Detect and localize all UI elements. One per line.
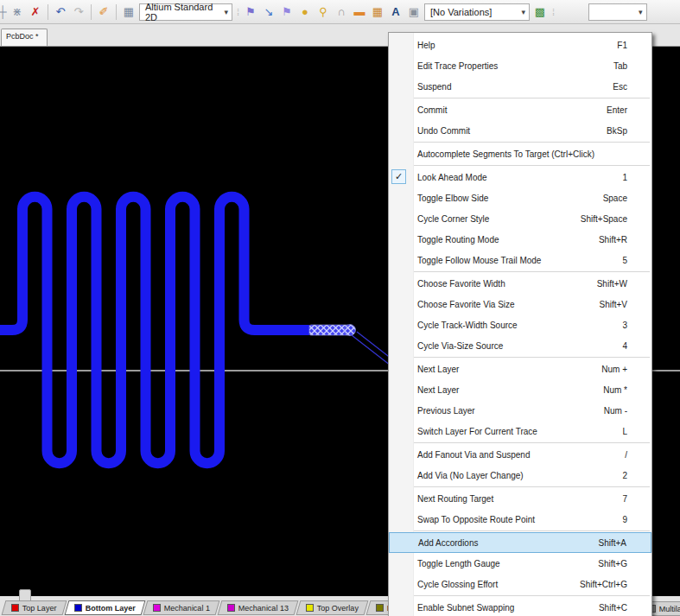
menu-item-shortcut: Shift+Ctrl+G <box>580 580 651 589</box>
menu-item-shortcut: F1 <box>617 41 651 50</box>
menu-item-choose-favorite-width[interactable]: Choose Favorite WidthShift+W <box>389 273 651 294</box>
variant-board-icon[interactable]: ▩ <box>532 4 548 20</box>
menu-item-shortcut: L <box>622 427 651 436</box>
menu-item-toggle-length-gauge[interactable]: Toggle Length GaugeShift+G <box>389 553 651 574</box>
menu-item-previous-layer[interactable]: Previous LayerNum - <box>389 400 651 421</box>
document-tab[interactable]: PcbDoc * <box>1 29 48 46</box>
chevron-down-icon: ▾ <box>521 8 525 16</box>
menu-item-shortcut: Shift+Space <box>581 214 651 224</box>
menu-separator <box>413 486 650 487</box>
layer-color-swatch <box>376 604 384 612</box>
interactive-routing-icon[interactable]: ⚑ <box>243 4 258 20</box>
menu-item-next-layer[interactable]: Next LayerNum + <box>389 359 651 379</box>
clipped-tool-icon[interactable]: ┼ <box>0 4 7 20</box>
main-toolbar: ┼ ⋇ ✗ ↶ ↷ ✐ ▦ Altium Standard 2D ▾ ⁞ ⚑ ↘… <box>0 0 680 24</box>
fill-icon[interactable]: ▬ <box>352 4 367 20</box>
menu-item-autocomplete-segments-to-target-ctrl-click[interactable]: Autocomplete Segments To Target (Ctrl+Cl… <box>389 143 651 164</box>
menu-separator <box>413 442 650 443</box>
diff-pair-routing-icon[interactable]: ⚑ <box>279 4 295 20</box>
key-icon[interactable]: ⚲ <box>315 4 331 20</box>
menu-item-shortcut: 9 <box>622 515 651 524</box>
pad-array-icon[interactable]: ▦ <box>370 4 385 20</box>
menu-item-cycle-corner-style[interactable]: Cycle Corner StyleShift+Space <box>389 208 651 229</box>
layer-tab-bottom-layer[interactable]: Bottom Layer <box>64 600 145 615</box>
layer-color-swatch <box>74 604 82 612</box>
drag-handle-icon[interactable]: ⁞ <box>550 7 556 17</box>
layer-tab-mechanical-13[interactable]: Mechanical 13 <box>217 600 298 615</box>
lookahead-segment <box>309 325 349 335</box>
chevron-down-icon: ▾ <box>224 8 228 16</box>
menu-item-next-layer[interactable]: Next LayerNum * <box>389 379 651 400</box>
menu-item-toggle-follow-mouse-trail-mode[interactable]: Toggle Follow Mouse Trail Mode5 <box>389 250 651 270</box>
menu-item-shortcut: Enter <box>607 105 651 115</box>
menu-separator <box>413 142 650 143</box>
view-mode-select[interactable]: Altium Standard 2D ▾ <box>139 3 232 21</box>
menu-item-cycle-via-size-source[interactable]: Cycle Via-Size Source4 <box>389 335 651 356</box>
menu-item-cycle-glossing-effort[interactable]: Cycle Glossing EffortShift+Ctrl+G <box>389 574 651 594</box>
layer-color-swatch <box>11 604 19 612</box>
menu-item-add-accordions[interactable]: Add AccordionsShift+A <box>389 532 651 553</box>
menu-item-toggle-elbow-side[interactable]: Toggle Elbow SideSpace <box>389 187 651 208</box>
layer-tab-mechanical-1[interactable]: Mechanical 1 <box>143 600 219 615</box>
break-connection-icon[interactable]: ⋇ <box>10 4 25 20</box>
variations-select[interactable]: [No Variations] ▾ <box>424 3 530 21</box>
menu-item-shortcut: Esc <box>613 82 651 92</box>
checkmark-icon: ✓ <box>391 169 406 184</box>
cursor-arrow-icon[interactable]: ↘ <box>261 4 276 20</box>
menu-item-shortcut: Tab <box>613 61 651 71</box>
menu-item-add-fanout-via-and-suspend[interactable]: Add Fanout Via and Suspend/ <box>389 444 651 465</box>
menu-item-shortcut: Shift+R <box>599 235 651 244</box>
menu-item-shortcut: Shift+C <box>599 603 651 613</box>
menu-separator <box>413 357 650 358</box>
menu-item-switch-layer-for-current-trace[interactable]: Switch Layer For Current TraceL <box>389 421 651 441</box>
via-icon[interactable]: ● <box>297 4 313 20</box>
menu-item-label: Next Layer <box>389 365 459 374</box>
menu-item-shortcut: 5 <box>622 256 651 265</box>
menu-item-shortcut: Num - <box>604 406 651 416</box>
extra-select[interactable]: ▾ <box>588 3 647 21</box>
menu-item-undo-commit[interactable]: Undo CommitBkSp <box>389 120 651 141</box>
menu-item-choose-favorite-via-size[interactable]: Choose Favorite Via SizeShift+V <box>389 294 651 314</box>
delete-icon[interactable]: ✗ <box>28 4 43 20</box>
layer-tab-top-overlay[interactable]: Top Overlay <box>296 600 368 615</box>
menu-item-commit[interactable]: CommitEnter <box>389 99 651 120</box>
menu-item-label: Next Layer <box>389 385 459 395</box>
menu-item-shortcut: 2 <box>622 471 651 480</box>
menu-item-look-ahead-mode[interactable]: ✓Look Ahead Mode1 <box>389 167 651 187</box>
menu-item-swap-to-opposite-route-point[interactable]: Swap To Opposite Route Point9 <box>389 509 651 530</box>
menu-item-label: Cycle Glossing Effort <box>389 580 498 589</box>
menu-item-label: Next Routing Target <box>389 494 493 504</box>
context-menu-items: HelpF1Edit Trace PropertiesTabSuspendEsc… <box>389 35 651 616</box>
redo-icon[interactable]: ↷ <box>71 4 86 20</box>
text-string-icon[interactable]: A <box>388 4 404 20</box>
autoroute-icon[interactable]: ▦ <box>121 4 137 20</box>
menu-item-shortcut: Shift+G <box>598 559 651 568</box>
layer-tab-label: Top Layer <box>22 604 57 613</box>
menu-item-help[interactable]: HelpF1 <box>389 35 651 55</box>
menu-item-next-routing-target[interactable]: Next Routing Target7 <box>389 488 651 509</box>
menu-item-label: Switch Layer For Current Trace <box>389 427 537 436</box>
component-icon[interactable]: ▣ <box>406 4 422 20</box>
menu-item-label: Commit <box>389 105 447 115</box>
menu-item-shortcut: Space <box>603 194 651 203</box>
menu-item-label: Toggle Elbow Side <box>389 194 488 203</box>
layer-tab-top-layer[interactable]: Top Layer <box>2 600 67 615</box>
menu-item-cycle-track-width-source[interactable]: Cycle Track-Width Source3 <box>389 314 651 335</box>
menu-item-suspend[interactable]: SuspendEsc <box>389 76 651 97</box>
menu-item-toggle-routing-mode[interactable]: Toggle Routing ModeShift+R <box>389 229 651 250</box>
undo-icon[interactable]: ↶ <box>53 4 68 20</box>
menu-item-enable-subnet-swapping[interactable]: Enable Subnet SwappingShift+C <box>389 597 651 616</box>
drag-handle-icon[interactable]: ⁞ <box>235 7 240 17</box>
wand-icon[interactable]: ✐ <box>96 4 111 20</box>
menu-item-add-via-no-layer-change[interactable]: Add Via (No Layer Change)2 <box>389 465 651 486</box>
menu-item-shortcut: 4 <box>622 341 651 351</box>
menu-item-edit-trace-properties[interactable]: Edit Trace PropertiesTab <box>389 55 651 76</box>
menu-item-shortcut: / <box>625 450 651 460</box>
layer-tab-label: Bottom Layer <box>86 604 136 613</box>
layer-tab-label: Mechanical 13 <box>238 604 289 613</box>
menu-item-shortcut: Shift+V <box>599 300 651 309</box>
toolbar-separator <box>48 4 48 20</box>
toolbar-separator <box>116 4 117 20</box>
variations-value: [No Variations] <box>430 7 492 17</box>
arc-icon[interactable]: ∩ <box>334 4 349 20</box>
